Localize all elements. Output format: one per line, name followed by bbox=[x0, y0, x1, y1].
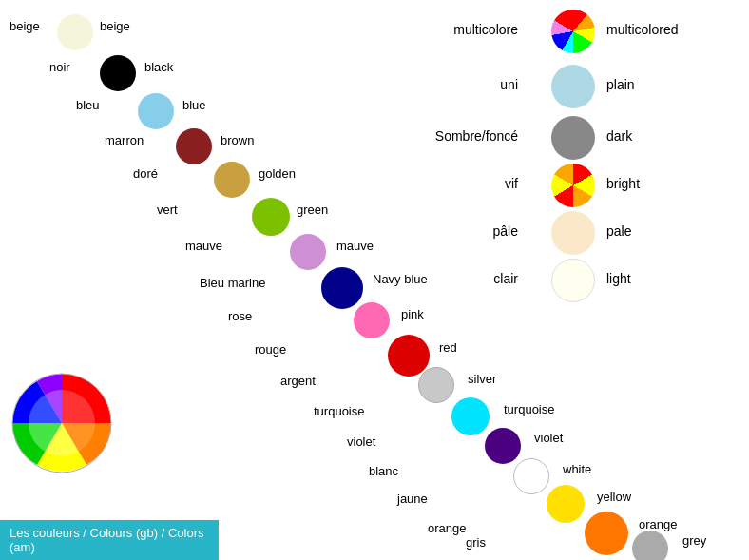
color-en-red: red bbox=[439, 340, 457, 355]
color-en-golden: golden bbox=[259, 166, 296, 181]
color-en-black: black bbox=[144, 60, 173, 74]
color-circle-grey bbox=[632, 531, 668, 560]
color-circle-white bbox=[513, 458, 549, 494]
color-en-pink: pink bbox=[401, 307, 424, 321]
color-en-turquoise: turquoise bbox=[504, 402, 554, 416]
color-fr-Bleu marine: Bleu marine bbox=[200, 276, 265, 290]
right-circle-4 bbox=[551, 211, 595, 255]
color-fr-marron: marron bbox=[105, 133, 144, 147]
color-fr-doré: doré bbox=[133, 166, 158, 181]
color-circle-mauve bbox=[290, 234, 326, 270]
color-fr-jaune: jaune bbox=[397, 492, 428, 506]
color-en-blue: blue bbox=[182, 98, 206, 112]
color-fr-gris: gris bbox=[466, 535, 486, 550]
right-en-2: dark bbox=[606, 128, 632, 144]
color-circle-beige bbox=[57, 14, 93, 50]
color-fr-rose: rose bbox=[228, 309, 252, 323]
color-fr-rouge: rouge bbox=[255, 342, 286, 357]
color-circle-golden bbox=[214, 162, 250, 198]
color-circle-turquoise bbox=[451, 397, 490, 435]
color-circle-orange bbox=[585, 512, 628, 555]
color-fr-blanc: blanc bbox=[369, 464, 398, 478]
color-en-yellow: yellow bbox=[597, 490, 631, 504]
color-fr-argent: argent bbox=[280, 374, 316, 388]
right-fr-4: pâle bbox=[423, 223, 518, 239]
right-fr-2: Sombre/foncé bbox=[423, 128, 518, 144]
right-circle-5 bbox=[551, 259, 595, 302]
color-en-violet: violet bbox=[534, 431, 563, 445]
color-fr-vert: vert bbox=[157, 203, 178, 217]
color-circle-silver bbox=[418, 367, 454, 403]
right-en-0: multicolored bbox=[606, 22, 678, 37]
right-fr-0: multicolore bbox=[423, 22, 518, 37]
right-fr-1: uni bbox=[423, 77, 518, 92]
color-circle-green bbox=[252, 198, 290, 236]
color-en-grey: grey bbox=[682, 533, 706, 548]
right-en-5: light bbox=[606, 271, 631, 286]
color-circle-brown bbox=[176, 128, 212, 164]
color-circle-violet bbox=[485, 428, 521, 464]
color-circle-black bbox=[100, 55, 136, 91]
right-en-1: plain bbox=[606, 77, 635, 92]
color-circle-red bbox=[388, 335, 430, 377]
right-circle-3 bbox=[551, 164, 595, 207]
bottom-banner: Les couleurs / Colours (gb) / Colors (am… bbox=[0, 520, 219, 560]
right-fr-3: vif bbox=[423, 176, 518, 191]
color-circle-Navy blue bbox=[321, 267, 363, 309]
color-fr-violet: violet bbox=[347, 434, 375, 449]
color-circle-yellow bbox=[547, 485, 585, 523]
color-fr-turquoise: turquoise bbox=[314, 404, 364, 418]
right-circle-2 bbox=[551, 116, 595, 160]
color-en-orange: orange bbox=[639, 517, 677, 531]
color-fr-orange: orange bbox=[428, 521, 466, 535]
color-en-mauve: mauve bbox=[336, 239, 374, 253]
color-en-white: white bbox=[563, 462, 591, 476]
color-wheel bbox=[10, 371, 114, 475]
color-fr-beige: beige bbox=[10, 19, 40, 33]
color-circle-blue bbox=[138, 93, 174, 129]
color-en-brown: brown bbox=[221, 133, 254, 147]
color-fr-mauve: mauve bbox=[185, 239, 222, 253]
color-en-silver: silver bbox=[468, 372, 496, 386]
right-circle-1 bbox=[551, 65, 595, 108]
color-fr-bleu: bleu bbox=[76, 98, 100, 112]
right-en-4: pale bbox=[606, 223, 631, 239]
right-circle-0 bbox=[551, 10, 595, 53]
right-fr-5: clair bbox=[423, 271, 518, 286]
color-en-green: green bbox=[297, 203, 328, 217]
color-en-beige: beige bbox=[100, 19, 130, 33]
color-fr-noir: noir bbox=[49, 60, 70, 74]
right-en-3: bright bbox=[606, 176, 640, 191]
color-en-Navy blue: Navy blue bbox=[373, 272, 428, 286]
color-circle-pink bbox=[354, 302, 390, 338]
